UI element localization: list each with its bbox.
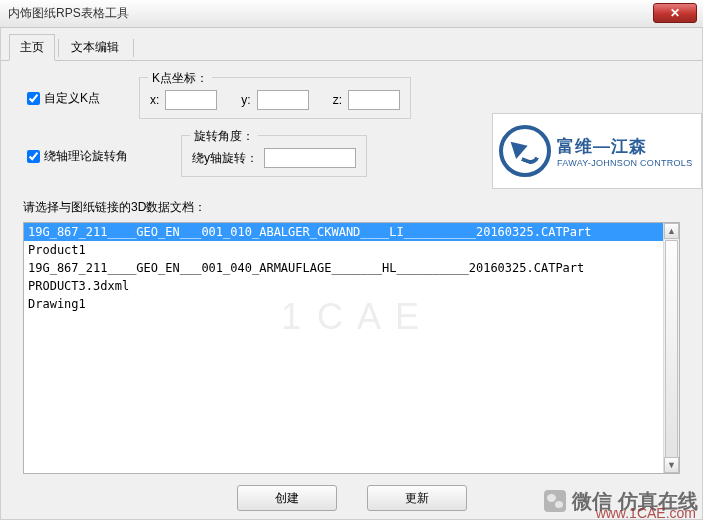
input-y[interactable] [257, 90, 309, 110]
list-item[interactable]: 19G_867_211____GEO_EN___001_040_ARMAUFLA… [24, 259, 679, 277]
input-x[interactable] [165, 90, 217, 110]
input-z[interactable] [348, 90, 400, 110]
brand-url: www.1CAE.com [596, 505, 696, 520]
listbox-scrollbar[interactable]: ▲ ▼ [663, 223, 679, 473]
update-button[interactable]: 更新 [367, 485, 467, 511]
tab-text-edit[interactable]: 文本编辑 [60, 34, 130, 60]
list-item[interactable]: Product1 [24, 241, 679, 259]
checkbox-rotate-axis-label: 绕轴理论旋转角 [44, 148, 128, 165]
logo-cn: 富维—江森 [557, 135, 692, 158]
wechat-icon [544, 490, 566, 512]
logo-icon [499, 125, 551, 177]
logo-text: 富维—江森 FAWAY-JOHNSON CONTROLS [557, 135, 692, 168]
scroll-up-button[interactable]: ▲ [664, 223, 679, 239]
checkbox-rotate-axis[interactable]: 绕轴理论旋转角 [23, 147, 139, 166]
checkbox-custom-k-input[interactable] [27, 92, 40, 105]
input-rotate-y[interactable] [264, 148, 356, 168]
tab-body-main: 自定义K点 K点坐标： x: y: z: 绕轴理论旋转角 旋转角度： 绕y [1, 61, 702, 484]
title-bar: 内饰图纸RPS表格工具 ✕ [0, 0, 703, 28]
list-label: 请选择与图纸链接的3D数据文档： [23, 199, 680, 216]
checkbox-rotate-axis-input[interactable] [27, 150, 40, 163]
label-rotate-y: 绕y轴旋转： [192, 150, 258, 167]
list-item[interactable]: Drawing1 [24, 295, 679, 313]
tab-separator [133, 39, 134, 57]
list-item[interactable]: 19G_867_211____GEO_EN___001_010_ABALGER_… [24, 223, 679, 241]
logo-box: 富维—江森 FAWAY-JOHNSON CONTROLS [492, 113, 702, 189]
group-k-legend: K点坐标： [148, 70, 212, 87]
group-rotation-legend: 旋转角度： [190, 128, 258, 145]
list-item[interactable]: PRODUCT3.3dxml [24, 277, 679, 295]
group-k-coords: K点坐标： x: y: z: [139, 77, 411, 119]
label-x: x: [150, 93, 159, 107]
label-y: y: [241, 93, 250, 107]
group-rotation: 旋转角度： 绕y轴旋转： [181, 135, 367, 177]
checkbox-custom-k-label: 自定义K点 [44, 90, 100, 107]
label-z: z: [333, 93, 342, 107]
document-listbox[interactable]: 19G_867_211____GEO_EN___001_010_ABALGER_… [23, 222, 680, 474]
scroll-down-button[interactable]: ▼ [664, 457, 679, 473]
create-button[interactable]: 创建 [237, 485, 337, 511]
tab-separator [58, 39, 59, 57]
logo-en: FAWAY-JOHNSON CONTROLS [557, 158, 692, 168]
scroll-thumb[interactable] [665, 240, 678, 458]
tab-main[interactable]: 主页 [9, 34, 55, 61]
client-area: 主页 文本编辑 自定义K点 K点坐标： x: y: z: [0, 28, 703, 520]
window-title: 内饰图纸RPS表格工具 [8, 5, 129, 22]
close-button[interactable]: ✕ [653, 3, 697, 23]
tab-strip: 主页 文本编辑 [1, 28, 702, 61]
checkbox-custom-k[interactable]: 自定义K点 [23, 89, 129, 108]
